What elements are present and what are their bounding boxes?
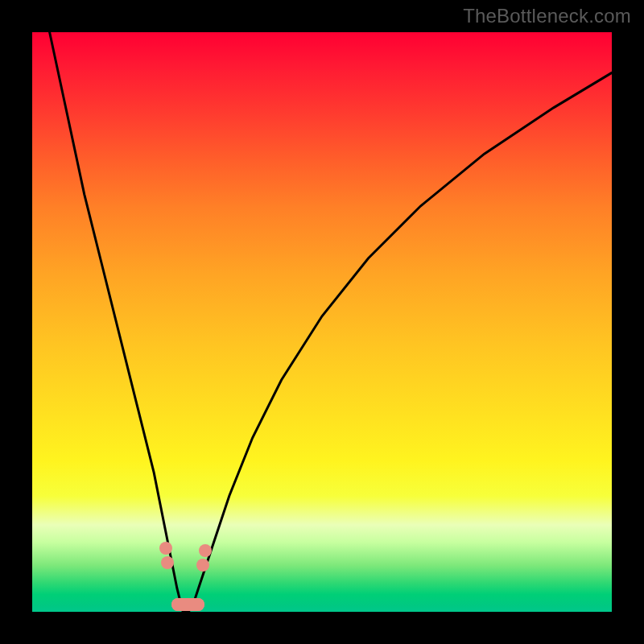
- bottleneck-curve-path: [50, 32, 612, 612]
- marker-left-shoulder-top: [159, 542, 172, 555]
- watermark-text: TheBottleneck.com: [463, 5, 631, 27]
- valley-bar: [171, 598, 204, 611]
- curve-svg: [32, 32, 612, 612]
- plot-area: [32, 32, 612, 612]
- marker-left-shoulder-bottom: [161, 556, 174, 569]
- marker-right-shoulder-top: [199, 544, 212, 557]
- outer-frame: TheBottleneck.com: [0, 0, 644, 644]
